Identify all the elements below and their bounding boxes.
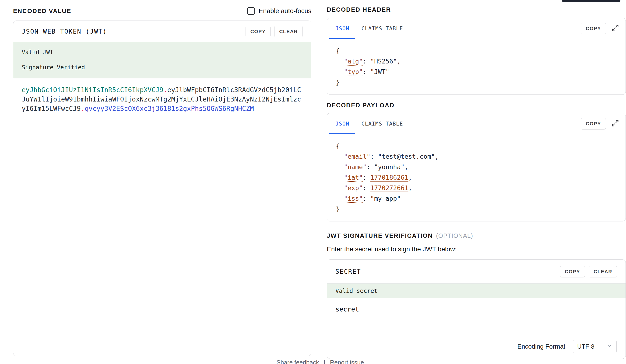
clear-token-button[interactable]: CLEAR bbox=[274, 26, 303, 37]
json-line: "exp": 1770272661, bbox=[336, 183, 617, 193]
decoded-header-json: { "alg": "HS256", "typ": "JWT" } bbox=[327, 39, 626, 95]
tab-header-claims-table[interactable]: CLAIMS TABLE bbox=[355, 18, 409, 39]
json-key[interactable]: "typ" bbox=[344, 68, 363, 75]
expand-icon bbox=[612, 24, 619, 33]
json-key[interactable]: "iss" bbox=[344, 195, 363, 202]
json-value: "my-app" bbox=[370, 195, 401, 202]
json-line: } bbox=[336, 204, 617, 214]
decoded-header-controls: COPY bbox=[581, 18, 626, 39]
json-line: "iat": 1770186261, bbox=[336, 172, 617, 183]
token-dot-separator: . bbox=[163, 86, 167, 94]
token-signature-segment: qvcyy3V2EScOX6xc3j36181s2gxPhs5OGWS6RgNH… bbox=[85, 105, 254, 112]
jwt-token-input[interactable]: eyJhbGciOiJIUzI1NiIsInR5cCI6IkpXVCJ9.eyJ… bbox=[13, 78, 311, 356]
report-issue-link[interactable]: Report issue bbox=[330, 359, 364, 364]
json-line: "iss": "my-app" bbox=[336, 193, 617, 204]
status-signature-verified: Signature Verified bbox=[22, 64, 303, 71]
signature-verification-row: JWT SIGNATURE VERIFICATION (OPTIONAL) bbox=[327, 232, 626, 239]
encoded-panel-header: JSON WEB TOKEN (JWT) COPY CLEAR bbox=[13, 21, 311, 42]
secret-panel-title: SECRET bbox=[335, 268, 361, 275]
json-key: "email" bbox=[344, 153, 370, 160]
decoded-header-tab-bar: JSON CLAIMS TABLE COPY bbox=[327, 18, 626, 39]
json-key[interactable]: "iat" bbox=[344, 174, 363, 181]
json-value[interactable]: 1770272661 bbox=[370, 184, 408, 192]
json-line: "typ": "JWT" bbox=[336, 67, 617, 77]
token-dot-separator: . bbox=[81, 105, 85, 112]
decoded-payload-row: DECODED PAYLOAD bbox=[327, 101, 626, 109]
json-line: "email": "test@test.com", bbox=[336, 151, 617, 162]
decoded-header-title: DECODED HEADER bbox=[327, 6, 391, 13]
jwt-debugger-page: ENCODED VALUE Enable auto-focus JSON WEB… bbox=[0, 0, 626, 364]
tab-payload-claims-table[interactable]: CLAIMS TABLE bbox=[355, 113, 409, 134]
decoded-payload-title: DECODED PAYLOAD bbox=[327, 102, 394, 109]
jwt-panel-title: JSON WEB TOKEN (JWT) bbox=[22, 28, 107, 35]
expand-icon bbox=[612, 119, 619, 128]
secret-value-text: secret bbox=[335, 305, 359, 313]
json-key[interactable]: "alg" bbox=[344, 58, 363, 65]
copy-header-button[interactable]: COPY bbox=[581, 23, 606, 34]
secret-panel: SECRET COPY CLEAR Valid secret secret En… bbox=[327, 259, 626, 359]
status-valid-secret: Valid secret bbox=[335, 288, 378, 294]
encoded-panel-actions: COPY CLEAR bbox=[245, 26, 303, 37]
json-line: { bbox=[336, 141, 617, 151]
encoded-column: ENCODED VALUE Enable auto-focus JSON WEB… bbox=[13, 0, 311, 356]
decoded-payload-controls: COPY bbox=[581, 113, 626, 134]
encoding-format-value: UTF-8 bbox=[577, 343, 594, 350]
expand-payload-button[interactable] bbox=[612, 119, 619, 128]
copy-secret-button[interactable]: COPY bbox=[560, 266, 585, 277]
tab-payload-json[interactable]: JSON bbox=[329, 113, 355, 134]
json-line: { bbox=[336, 45, 617, 56]
status-valid-jwt: Valid JWT bbox=[22, 49, 303, 56]
token-status-area: Valid JWT Signature Verified bbox=[13, 42, 311, 78]
auto-focus-label: Enable auto-focus bbox=[259, 7, 311, 15]
expand-header-button[interactable] bbox=[612, 24, 619, 33]
json-line: "alg": "HS256", bbox=[336, 56, 617, 67]
json-line: } bbox=[336, 77, 617, 87]
decoded-header-row: DECODED HEADER bbox=[327, 0, 626, 18]
secret-panel-header: SECRET COPY CLEAR bbox=[327, 260, 626, 284]
secret-footer: Encoding Format UTF-8 bbox=[327, 334, 626, 359]
encoding-format-label: Encoding Format bbox=[517, 343, 565, 350]
decoded-payload-json: { "email": "test@test.com", "name": "you… bbox=[327, 134, 626, 221]
secret-instruction: Enter the secret used to sign the JWT be… bbox=[327, 246, 626, 253]
json-line: "name": "younha", bbox=[336, 162, 617, 172]
json-value: "JWT" bbox=[370, 68, 389, 75]
decoded-payload-panel: JSON CLAIMS TABLE COPY { "email": "test@… bbox=[327, 113, 626, 221]
token-header-segment: eyJhbGciOiJIUzI1NiIsInR5cCI6IkpXVCJ9 bbox=[22, 86, 163, 94]
secret-status: Valid secret bbox=[327, 284, 626, 298]
encoded-header-row: ENCODED VALUE Enable auto-focus bbox=[13, 0, 311, 21]
share-feedback-link[interactable]: Share feedback bbox=[276, 359, 319, 364]
copy-token-button[interactable]: COPY bbox=[245, 26, 271, 37]
encoded-token-panel: JSON WEB TOKEN (JWT) COPY CLEAR Valid JW… bbox=[13, 21, 311, 356]
json-value: "HS256" bbox=[370, 58, 397, 65]
secret-input[interactable]: secret bbox=[327, 298, 626, 334]
encoding-format-select[interactable]: UTF-8 bbox=[573, 340, 617, 353]
footer: Share feedback | Report issue bbox=[276, 359, 364, 364]
signature-verification-title: JWT SIGNATURE VERIFICATION bbox=[327, 232, 433, 239]
decoded-header-panel: JSON CLAIMS TABLE COPY { "alg": "HS256",… bbox=[327, 18, 626, 95]
json-key[interactable]: "exp" bbox=[344, 184, 363, 192]
secret-panel-actions: COPY CLEAR bbox=[560, 266, 617, 277]
auto-focus-checkbox[interactable] bbox=[247, 7, 255, 15]
json-value[interactable]: 1770186261 bbox=[370, 174, 408, 181]
copy-payload-button[interactable]: COPY bbox=[581, 118, 606, 130]
encoded-value-title: ENCODED VALUE bbox=[13, 7, 71, 15]
clear-secret-button[interactable]: CLEAR bbox=[589, 266, 617, 277]
json-value: "test@test.com" bbox=[378, 153, 435, 160]
chevron-down-icon bbox=[606, 343, 613, 351]
footer-separator: | bbox=[324, 359, 325, 364]
json-value: "younha" bbox=[374, 163, 404, 171]
decoded-payload-tab-bar: JSON CLAIMS TABLE COPY bbox=[327, 113, 626, 134]
decoded-column: DECODED HEADER JSON CLAIMS TABLE COPY { … bbox=[327, 0, 626, 359]
tab-header-json[interactable]: JSON bbox=[329, 18, 355, 39]
auto-focus-toggle[interactable]: Enable auto-focus bbox=[247, 7, 311, 15]
optional-label: (OPTIONAL) bbox=[436, 232, 473, 239]
json-key: "name" bbox=[344, 163, 367, 171]
